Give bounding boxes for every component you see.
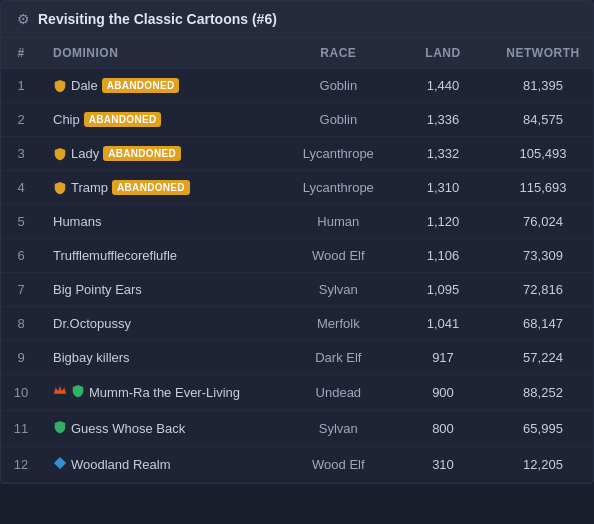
col-race: Race — [284, 38, 393, 69]
table-row[interactable]: 4TrampAbandonedLycanthrope1,310115,693 — [1, 171, 593, 205]
col-land: Land — [393, 38, 493, 69]
race-cell: Sylvan — [284, 411, 393, 447]
player-name[interactable]: Bigbay killers — [53, 350, 130, 365]
rank-cell: 9 — [1, 341, 41, 375]
shield-green-icon — [53, 420, 67, 437]
name-cell: ChipAbandoned — [41, 103, 284, 137]
race-cell: Sylvan — [284, 273, 393, 307]
rank-cell: 8 — [1, 307, 41, 341]
race-cell: Merfolk — [284, 307, 393, 341]
land-cell: 1,106 — [393, 239, 493, 273]
name-cell: Woodland Realm — [41, 447, 284, 483]
land-cell: 1,440 — [393, 69, 493, 103]
networth-cell: 115,693 — [493, 171, 593, 205]
networth-cell: 84,575 — [493, 103, 593, 137]
rank-cell: 4 — [1, 171, 41, 205]
table-row[interactable]: 7Big Pointy EarsSylvan1,09572,816 — [1, 273, 593, 307]
panel-title: Revisiting the Classic Cartoons (#6) — [38, 11, 277, 27]
player-name[interactable]: Mumm-Ra the Ever-Living — [89, 385, 240, 400]
race-cell: Goblin — [284, 103, 393, 137]
shield-orange-icon — [53, 79, 67, 93]
abandoned-badge: Abandoned — [84, 112, 162, 127]
table-row[interactable]: 2ChipAbandonedGoblin1,33684,575 — [1, 103, 593, 137]
col-dominion: Dominion — [41, 38, 284, 69]
networth-cell: 81,395 — [493, 69, 593, 103]
name-cell: Guess Whose Back — [41, 411, 284, 447]
networth-cell: 73,309 — [493, 239, 593, 273]
rank-cell: 11 — [1, 411, 41, 447]
networth-cell: 12,205 — [493, 447, 593, 483]
land-cell: 1,332 — [393, 137, 493, 171]
name-cell: Dr.Octopussy — [41, 307, 284, 341]
networth-cell: 76,024 — [493, 205, 593, 239]
name-cell: Bigbay killers — [41, 341, 284, 375]
shield-green-icon — [71, 384, 85, 401]
table-row[interactable]: 11Guess Whose BackSylvan80065,995 — [1, 411, 593, 447]
networth-cell: 88,252 — [493, 375, 593, 411]
abandoned-badge: Abandoned — [112, 180, 190, 195]
land-cell: 1,336 — [393, 103, 493, 137]
networth-cell: 65,995 — [493, 411, 593, 447]
land-cell: 917 — [393, 341, 493, 375]
land-cell: 1,041 — [393, 307, 493, 341]
player-name[interactable]: Dr.Octopussy — [53, 316, 131, 331]
table-row[interactable]: 1DaleAbandonedGoblin1,44081,395 — [1, 69, 593, 103]
panel-header: ⚙ Revisiting the Classic Cartoons (#6) — [1, 1, 593, 38]
diamond-blue-icon — [53, 456, 67, 473]
table-row[interactable]: 8Dr.OctopussyMerfolk1,04168,147 — [1, 307, 593, 341]
player-name[interactable]: Dale — [71, 78, 98, 93]
player-name[interactable]: Chip — [53, 112, 80, 127]
crown-red-icon — [53, 384, 67, 401]
rank-cell: 2 — [1, 103, 41, 137]
land-cell: 1,095 — [393, 273, 493, 307]
race-cell: Human — [284, 205, 393, 239]
networth-cell: 68,147 — [493, 307, 593, 341]
player-name[interactable]: Woodland Realm — [71, 457, 170, 472]
player-name[interactable]: Guess Whose Back — [71, 421, 185, 436]
table-header-row: # Dominion Race Land Networth — [1, 38, 593, 69]
name-cell: Trufflemufflecoreflufle — [41, 239, 284, 273]
name-cell: LadyAbandoned — [41, 137, 284, 171]
name-cell: Big Pointy Ears — [41, 273, 284, 307]
race-cell: Undead — [284, 375, 393, 411]
land-cell: 1,310 — [393, 171, 493, 205]
name-cell: TrampAbandoned — [41, 171, 284, 205]
gear-icon: ⚙ — [17, 11, 30, 27]
name-cell: DaleAbandoned — [41, 69, 284, 103]
rank-cell: 5 — [1, 205, 41, 239]
col-rank: # — [1, 38, 41, 69]
rank-cell: 7 — [1, 273, 41, 307]
leaderboard-table: # Dominion Race Land Networth 1DaleAband… — [1, 38, 593, 483]
shield-orange-icon — [53, 181, 67, 195]
race-cell: Dark Elf — [284, 341, 393, 375]
col-networth: Networth — [493, 38, 593, 69]
race-cell: Lycanthrope — [284, 137, 393, 171]
race-cell: Lycanthrope — [284, 171, 393, 205]
player-name[interactable]: Tramp — [71, 180, 108, 195]
networth-cell: 72,816 — [493, 273, 593, 307]
player-name[interactable]: Big Pointy Ears — [53, 282, 142, 297]
table-row[interactable]: 12Woodland RealmWood Elf31012,205 — [1, 447, 593, 483]
table-row[interactable]: 10Mumm-Ra the Ever-LivingUndead90088,252 — [1, 375, 593, 411]
table-row[interactable]: 9Bigbay killersDark Elf91757,224 — [1, 341, 593, 375]
player-name[interactable]: Humans — [53, 214, 101, 229]
table-row[interactable]: 6TrufflemufflecoreflufleWood Elf1,10673,… — [1, 239, 593, 273]
abandoned-badge: Abandoned — [103, 146, 181, 161]
networth-cell: 57,224 — [493, 341, 593, 375]
race-cell: Wood Elf — [284, 239, 393, 273]
name-cell: Humans — [41, 205, 284, 239]
networth-cell: 105,493 — [493, 137, 593, 171]
name-cell: Mumm-Ra the Ever-Living — [41, 375, 284, 411]
land-cell: 900 — [393, 375, 493, 411]
land-cell: 800 — [393, 411, 493, 447]
shield-orange-icon — [53, 147, 67, 161]
rank-cell: 6 — [1, 239, 41, 273]
abandoned-badge: Abandoned — [102, 78, 180, 93]
table-row[interactable]: 3LadyAbandonedLycanthrope1,332105,493 — [1, 137, 593, 171]
player-name[interactable]: Lady — [71, 146, 99, 161]
rank-cell: 12 — [1, 447, 41, 483]
player-name[interactable]: Trufflemufflecoreflufle — [53, 248, 177, 263]
leaderboard-panel: ⚙ Revisiting the Classic Cartoons (#6) #… — [0, 0, 594, 484]
rank-cell: 10 — [1, 375, 41, 411]
table-row[interactable]: 5HumansHuman1,12076,024 — [1, 205, 593, 239]
